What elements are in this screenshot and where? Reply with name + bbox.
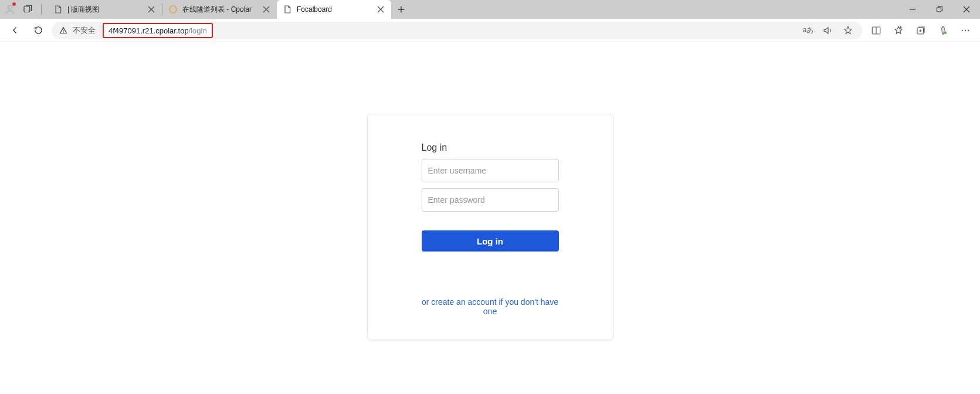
tab-title: Focalboard: [297, 5, 371, 13]
tab-title: 在线隧道列表 - Cpolar: [182, 5, 257, 15]
close-icon[interactable]: [262, 5, 271, 14]
url-path: /login: [189, 26, 207, 35]
tab[interactable]: 在线隧道列表 - Cpolar: [162, 0, 277, 19]
tab-active[interactable]: Focalboard: [277, 0, 391, 19]
not-secure-label: 不安全: [73, 25, 96, 36]
minimize-button[interactable]: [899, 0, 926, 19]
svg-rect-3: [937, 8, 941, 12]
more-icon[interactable]: [955, 21, 975, 40]
collections-icon[interactable]: [911, 21, 931, 40]
login-card: Log in Log in or create an account if yo…: [367, 114, 613, 340]
browser-titlebar: | 版面视图 在线隧道列表 - Cpolar Focalboard: [0, 0, 980, 19]
performance-icon[interactable]: [933, 21, 953, 40]
svg-rect-1: [24, 6, 30, 12]
restore-button[interactable]: [926, 0, 953, 19]
close-icon[interactable]: [147, 5, 156, 14]
tab-title: | 版面视图: [67, 5, 142, 15]
tab-strip: | 版面视图 在线隧道列表 - Cpolar Focalboard: [48, 0, 899, 19]
window-controls: [899, 0, 980, 19]
back-button[interactable]: [5, 21, 25, 40]
titlebar-left: [0, 0, 48, 19]
separator: [41, 4, 42, 15]
password-input[interactable]: [422, 188, 559, 212]
favorite-star-icon[interactable]: [840, 23, 856, 38]
translate-icon[interactable]: aあ: [801, 23, 816, 38]
page-icon: [283, 5, 292, 14]
tab[interactable]: | 版面视图: [48, 0, 162, 19]
login-title: Log in: [422, 142, 559, 153]
split-screen-icon[interactable]: [866, 21, 886, 40]
favorites-icon[interactable]: [889, 21, 908, 40]
new-tab-button[interactable]: [391, 0, 411, 19]
toolbar-right: [866, 21, 975, 40]
signup-link[interactable]: or create an account if you don't have o…: [422, 297, 559, 316]
svg-point-8: [965, 29, 966, 30]
svg-point-2: [169, 6, 177, 13]
page-content: Log in Log in or create an account if yo…: [0, 42, 980, 394]
address-bar-right: aあ: [801, 23, 856, 38]
profile-icon[interactable]: [4, 3, 16, 16]
refresh-button[interactable]: [28, 21, 48, 40]
svg-point-6: [944, 31, 947, 34]
cpolar-icon: [168, 5, 178, 14]
browser-toolbar: 不安全 4f497091.r21.cpolar.top/login aあ: [0, 19, 980, 42]
url-host: 4f497091.r21.cpolar.top: [108, 26, 189, 35]
notification-dot-icon: [12, 2, 16, 6]
svg-point-9: [968, 29, 969, 30]
read-aloud-icon[interactable]: [820, 23, 836, 38]
not-secure-icon: [59, 26, 68, 35]
svg-point-0: [8, 5, 12, 9]
username-input[interactable]: [422, 159, 559, 182]
close-window-button[interactable]: [953, 0, 980, 19]
login-button[interactable]: Log in: [422, 230, 559, 252]
tab-overview-icon[interactable]: [20, 2, 35, 17]
address-bar[interactable]: 不安全 4f497091.r21.cpolar.top/login aあ: [52, 22, 863, 39]
url-highlight-box: 4f497091.r21.cpolar.top/login: [103, 23, 213, 38]
url-text: 4f497091.r21.cpolar.top/login: [108, 26, 207, 35]
page-icon: [53, 5, 63, 14]
close-icon[interactable]: [376, 5, 385, 14]
svg-point-7: [962, 29, 963, 30]
